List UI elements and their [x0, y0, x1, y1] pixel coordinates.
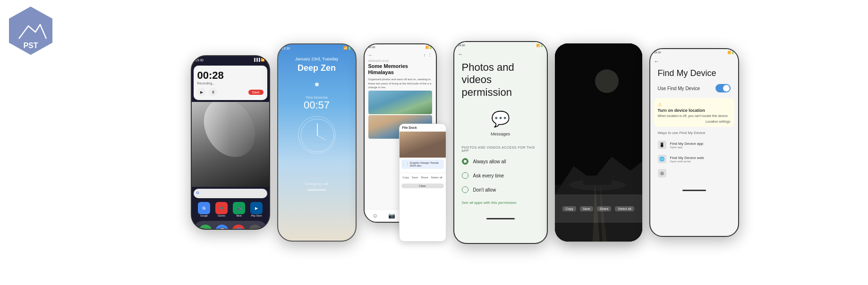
phone-photos-permission: 19:30 📶🔋 ← Photos and videos permission …: [453, 41, 548, 244]
phone3-outer: 19:30 📶🔋 ← ↑ ⋮ 2024/1/23 19:30 Some Memo…: [364, 43, 446, 242]
app-games[interactable]: 🎮 Games: [215, 202, 228, 217]
ways-app-icon: 📱: [658, 141, 666, 149]
phone5-title: Find My Device: [650, 67, 738, 80]
phone-find-my-device: 19:30 📶🔋 ← Find My Device Use Find My De…: [649, 48, 739, 237]
save-btn[interactable]: Save: [412, 176, 418, 179]
chat-app[interactable]: 💬: [215, 225, 229, 230]
phone3-signal: 📶🔋: [425, 46, 432, 49]
ways-web-label: Find My Device web: [670, 156, 704, 160]
phone4-title: Photos and videos permission: [454, 59, 547, 101]
more-icon-overlay[interactable]: ⋮: [440, 126, 443, 129]
phone3-header: ← ↑ ⋮: [365, 50, 436, 59]
dark-image: Copy Save Share Select all: [555, 43, 642, 242]
doc-icon: 📄: [403, 162, 408, 167]
phone2-date: January 23rd, Tuesday: [278, 57, 356, 61]
nav-camera[interactable]: 📷: [388, 212, 395, 219]
home-indicator: [307, 189, 326, 191]
phone3-back[interactable]: ←: [368, 52, 373, 58]
phone2-time: 19:30: [282, 47, 290, 50]
copy-dark[interactable]: Copy: [562, 206, 576, 211]
find-device-toggle[interactable]: [715, 84, 731, 92]
more-icon[interactable]: ⋮: [428, 53, 432, 58]
clear-button[interactable]: Clear: [401, 184, 444, 188]
select-all-btn[interactable]: Select all: [431, 176, 442, 179]
phone-app[interactable]: 📞: [199, 225, 212, 230]
ways-web-icon: 🌐: [658, 155, 666, 163]
save-button[interactable]: Save: [248, 90, 264, 95]
browser-app[interactable]: 🌐: [232, 225, 245, 230]
radio-deny[interactable]: [462, 186, 468, 193]
radio-ask[interactable]: [462, 172, 468, 179]
app-playstore[interactable]: ▶ Play Store: [250, 202, 263, 217]
recorder-time: 00:28: [197, 69, 264, 82]
use-find-device-row: Use Find My Device: [650, 80, 738, 96]
phone5-status-bar: 19:30 📶🔋: [650, 49, 738, 56]
phone3-time: 19:30: [368, 46, 375, 49]
dock: 📞 💬 🌐 📷: [194, 221, 267, 230]
dark-image-overlay: Copy Save Share Select all: [555, 194, 642, 223]
warning-title: Turn on device location: [658, 108, 731, 113]
emergency-label[interactable]: Emergency call: [278, 182, 356, 185]
phone1-time: 19:30: [196, 59, 204, 62]
pst-logo: PST: [5, 5, 57, 57]
selectall-dark[interactable]: Select all: [615, 206, 634, 211]
camera-app[interactable]: 📷: [248, 225, 262, 230]
logo-container: PST: [5, 5, 57, 57]
ways-item-web[interactable]: 🌐 Find My Device web Open web portal: [658, 152, 731, 166]
use-find-device-label: Use Find My Device: [658, 86, 700, 91]
wallpaper-shape: [194, 102, 265, 166]
ways-title: Ways to use Find My Device: [658, 131, 731, 135]
ways-item-extra: ◎: [658, 166, 731, 180]
share-btn[interactable]: Share: [421, 176, 428, 179]
svg-text:PST: PST: [23, 42, 38, 50]
home-indicator-phone4: [486, 218, 515, 219]
option-deny-label: Don't allow: [473, 187, 496, 193]
location-settings-link[interactable]: Location settings: [658, 120, 731, 123]
option-ask[interactable]: Ask every time: [454, 168, 547, 183]
search-bar[interactable]: G: [194, 189, 267, 198]
save-dark[interactable]: Save: [580, 206, 593, 211]
recorder-controls: ▶ ⏸ Save: [197, 88, 264, 96]
warning-card: ⚠ Turn on device location When location …: [654, 98, 734, 127]
app-meet[interactable]: 📹 Meet: [233, 202, 245, 217]
phone4-back[interactable]: ←: [454, 49, 547, 59]
copy-btn[interactable]: Copy: [402, 176, 409, 179]
phone2-dot: [315, 83, 319, 86]
phone4-status-bar: 19:30 📶🔋: [454, 42, 547, 49]
clock-svg: [298, 117, 336, 154]
option-always[interactable]: Always allow all: [454, 154, 547, 168]
phone2-timer: 00:57: [278, 99, 356, 111]
pause-button[interactable]: ⏸: [209, 88, 217, 96]
radio-always[interactable]: [462, 158, 468, 165]
home-indicator-phone5: [682, 190, 706, 191]
nav-emoji[interactable]: ☺: [372, 212, 378, 219]
phone-deep-zen: 19:30 📶🔋 January 23rd, Tuesday Deep Zen …: [277, 43, 357, 242]
permission-icon-area: 💬: [454, 101, 547, 132]
share-dark[interactable]: Share: [597, 206, 612, 211]
option-ask-label: Ask every time: [473, 173, 504, 178]
play-button[interactable]: ▶: [197, 88, 206, 96]
ways-app-label: Find My Device app: [670, 142, 704, 146]
phone4-signal: 📶🔋: [536, 44, 543, 47]
ways-extra-icon: ◎: [658, 169, 666, 177]
google-icon: G: [196, 191, 202, 196]
share-icon[interactable]: ↑: [424, 53, 426, 58]
phone1-status-bar: 19:30 ▐▐▐ 📶: [192, 56, 269, 64]
permission-section: PHOTOS AND VIDEOS ACCESS FOR THIS APP: [454, 144, 547, 154]
recorder-card: 00:28 Recording... ▶ ⏸ Save: [194, 66, 267, 100]
phone3-status-bar: 19:30 📶🔋: [365, 44, 436, 50]
see-all-link[interactable]: See all apps with this permission: [454, 197, 547, 209]
toggle-knob: [723, 85, 730, 92]
ways-app-text: Find My Device app Open app: [670, 142, 704, 149]
ways-item-app[interactable]: 📱 Find My Device app Open app: [658, 138, 731, 152]
phone2-status-bar: 19:30 📶🔋: [278, 44, 356, 52]
mountains-image: [368, 91, 432, 114]
clock-circle: [298, 116, 336, 154]
option-deny[interactable]: Don't allow: [454, 183, 547, 197]
file-dock-overlay: File Dock ⋮ 📄 Graphic Design Trends 2024…: [399, 124, 446, 242]
overlay-doc[interactable]: 📄 Graphic Design Trends 2024.doc: [401, 159, 444, 169]
warning-text: When location is off, you can't locate t…: [658, 114, 731, 118]
app-google[interactable]: G Google: [198, 202, 210, 217]
overlay-image: [400, 132, 446, 158]
phone5-back[interactable]: ←: [650, 56, 738, 67]
